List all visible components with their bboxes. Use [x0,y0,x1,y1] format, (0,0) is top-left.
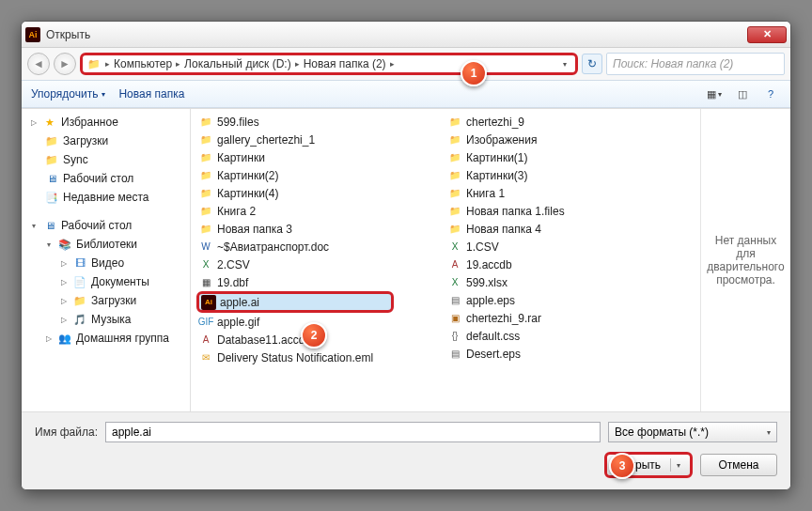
file-name: Книга 2 [217,205,256,218]
sidebar-lib-item[interactable]: ▷📄Документы [23,272,188,291]
file-icon: A [198,333,213,348]
file-item[interactable]: X1.CSV [445,238,695,256]
file-item[interactable]: ▦19.dbf [196,273,445,291]
file-name: 599.files [217,116,259,129]
file-item[interactable]: 📁chertezhi_9 [445,113,695,131]
file-item[interactable]: W~$Авиатранспорт.doc [196,238,445,256]
file-item[interactable]: 📁Картинки(3) [445,166,695,184]
file-name: Desert.eps [466,348,521,361]
file-icon: 📁 [447,115,462,130]
file-item[interactable]: 📁Новая папка 4 [445,220,695,238]
file-item[interactable]: 📁Картинки(1) [445,148,695,166]
search-input[interactable]: Поиск: Новая папка (2) [606,53,785,75]
file-icon: X [447,240,462,255]
file-name: Книга 1 [466,187,505,200]
file-icon: ▤ [447,347,462,362]
file-name: apple.ai [220,296,259,309]
file-list[interactable]: 📁599.files📁gallery_chertezhi_1📁Картинки📁… [191,109,700,411]
chevron-icon: ▸ [295,59,300,69]
forward-button[interactable]: ► [54,53,76,75]
sidebar-fav-item[interactable]: 📁Sync [23,150,188,169]
file-item[interactable]: 📁gallery_chertezhi_1 [196,131,445,148]
file-icon: 📁 [447,222,462,237]
organize-button[interactable]: Упорядочить [31,87,105,101]
file-icon: 📁 [447,204,462,219]
file-item[interactable]: {}default.css [445,327,695,345]
file-item[interactable]: Aiapple.ai [196,291,394,313]
back-button[interactable]: ◄ [27,53,50,75]
chevron-icon: ▸ [105,59,110,69]
file-item[interactable]: 📁Новая папка 3 [196,220,445,238]
file-icon: 📁 [198,186,213,201]
sidebar-fav-item[interactable]: 📑Недавние места [23,188,188,207]
file-item[interactable]: 📁Картинки(2) [196,166,445,184]
file-icon: A [447,257,462,272]
file-item[interactable]: ▣chertezhi_9.rar [445,309,695,327]
breadcrumb-root-icon: 📁 [86,56,102,71]
file-name: 1.CSV [466,240,499,254]
file-item[interactable]: 📁Книга 2 [196,202,445,220]
file-name: Изображения [466,133,537,147]
file-name: Delivery Status Notification.eml [217,351,373,364]
help-button[interactable]: ? [760,85,781,102]
file-icon: W [198,240,213,255]
nav-icon: 🎞 [72,256,87,271]
sidebar: ▷★ Избранное 📁Загрузки📁Sync🖥Рабочий стол… [22,109,191,411]
file-name: apple.eps [466,294,515,307]
nav-icon: 📁 [44,152,59,167]
file-item[interactable]: 📁599.files [196,113,445,131]
cancel-button[interactable]: Отмена [700,454,777,476]
preview-pane-button[interactable]: ◫ [732,85,753,102]
new-folder-button[interactable]: Новая папка [118,87,184,101]
annotation-marker-1: 1 [461,60,487,86]
file-item[interactable]: A19.accdb [445,256,695,273]
sidebar-lib-item[interactable]: ▷📁Загрузки [23,291,188,310]
file-item[interactable]: ▤apple.eps [445,291,695,309]
sidebar-lib-item[interactable]: ▷🎞Видео [23,254,188,272]
file-item[interactable]: 📁Картинки [196,148,445,166]
filetype-combo[interactable]: Все форматы (*.*)▾ [608,422,777,442]
filename-input[interactable]: apple.ai [105,422,601,442]
file-name: ~$Авиатранспорт.doc [217,240,329,254]
titlebar: Ai Открыть ✕ [22,22,790,48]
file-icon: ▤ [447,293,462,308]
open-dialog: Ai Открыть ✕ ◄ ► 📁 ▸ Компьютер ▸ Локальн… [21,21,791,490]
breadcrumb-seg-1[interactable]: Локальный диск (D:) [184,57,291,70]
annotation-marker-2: 2 [301,322,327,348]
file-item[interactable]: 📁Изображения [445,131,695,148]
file-item[interactable]: 📁Книга 1 [445,184,695,202]
file-item[interactable]: 📁Новая папка 1.files [445,202,695,220]
close-button[interactable]: ✕ [747,26,787,43]
desktop-icon: 🖥 [42,218,57,233]
sidebar-fav-item[interactable]: 📁Загрузки [23,132,188,150]
file-item[interactable]: ▤Desert.eps [445,345,695,363]
file-item[interactable]: X599.xlsx [445,273,695,291]
sidebar-libraries[interactable]: ▾📚 Библиотеки [23,235,188,254]
file-name: default.css [466,330,520,343]
breadcrumb-seg-0[interactable]: Компьютер [114,57,172,70]
sidebar-lib-item[interactable]: ▷🎵Музыка [23,310,188,329]
file-icon: Ai [201,295,216,310]
sidebar-fav-item[interactable]: 🖥Рабочий стол [23,169,188,188]
sidebar-desktop[interactable]: ▾🖥 Рабочий стол [23,216,188,235]
file-icon: 📁 [447,168,462,183]
sidebar-favorites[interactable]: ▷★ Избранное [23,113,188,132]
file-icon: 📁 [198,168,213,183]
view-mode-button[interactable]: ▦ [704,85,725,102]
library-icon: 📚 [57,237,72,252]
file-name: 2.CSV [217,258,250,271]
breadcrumb[interactable]: 📁 ▸ Компьютер ▸ Локальный диск (D:) ▸ Но… [80,53,578,75]
file-icon: 📁 [198,132,213,147]
chevron-down-icon: ▾ [677,461,680,470]
sidebar-homegroup[interactable]: ▷👥 Домашняя группа [23,329,188,348]
nav-icon: 📁 [72,293,87,308]
file-icon: ✉ [198,350,213,365]
refresh-button[interactable]: ↻ [582,54,602,74]
file-item[interactable]: X2.CSV [196,256,445,273]
file-item[interactable]: 📁Картинки(4) [196,184,445,202]
preview-pane: Нет данных для дварительного просмотра. [700,109,790,411]
breadcrumb-seg-2[interactable]: Новая папка (2) [304,57,386,70]
file-name: Новая папка 3 [217,223,292,236]
breadcrumb-dropdown[interactable]: ▾ [558,57,571,70]
file-item[interactable]: ✉Delivery Status Notification.eml [196,348,445,366]
